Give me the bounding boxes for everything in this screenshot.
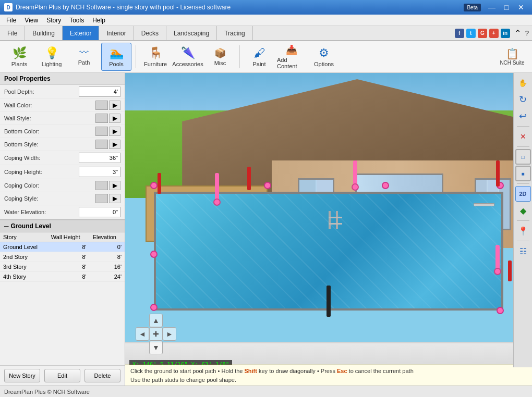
story-row-4th[interactable]: 4th Story 8' 24' [0, 272, 125, 282]
pink-pole-3 [495, 245, 500, 271]
lighting-icon: 💡 [45, 46, 59, 60]
plants-button[interactable]: 🌿 Plants [4, 43, 34, 71]
titlebar-title: DreamPlan Plus by NCH Software - single … [16, 4, 231, 11]
edit-button[interactable]: Edit [44, 369, 80, 382]
story-row-ground[interactable]: Ground Level 8' 0' [0, 242, 125, 252]
col-elevation: Elevation [90, 232, 125, 242]
new-story-button[interactable]: New Story [4, 369, 40, 382]
tab-tracing[interactable]: Tracing [217, 26, 253, 40]
paint-button[interactable]: 🖌 Paint [244, 43, 274, 71]
story-elev-ground: 0' [90, 242, 125, 252]
titlebar: D DreamPlan Plus by NCH Software - singl… [0, 0, 532, 15]
collapse-icon[interactable]: ─ [4, 222, 9, 230]
3d-view-area[interactable]: X: 146'-5 11/16" Y: 63'-1/8" ▲ ◄ ✚ ► ▼ [125, 73, 532, 386]
coping-style-picker[interactable]: ▶ [109, 194, 120, 203]
story-row-2nd[interactable]: 2nd Story 8' 8' [0, 252, 125, 262]
options-button[interactable]: ⚙ Options [309, 43, 339, 71]
left-panel: Pool Properties Pool Depth: Wall Color: … [0, 73, 125, 386]
pools-button[interactable]: 🏊 Pools [101, 43, 131, 71]
maximize-button[interactable]: □ [500, 2, 513, 13]
pan-button[interactable]: ✋ [515, 75, 531, 91]
tab-landscaping[interactable]: Landscaping [166, 26, 217, 40]
pool-stud-3[interactable] [382, 182, 389, 189]
minimize-button[interactable]: — [485, 2, 499, 13]
pool-stud-7[interactable] [497, 307, 504, 314]
pool-depth-input[interactable] [79, 86, 120, 97]
story-elev-3rd: 16' [90, 262, 125, 272]
gplus-icon[interactable]: + [489, 29, 499, 38]
bottom-color-picker[interactable]: ▶ [109, 127, 120, 136]
col-story: Story [0, 232, 48, 242]
nch-suite-button[interactable]: 📋 NCH Suite [497, 43, 528, 71]
orbit-button[interactable]: ↻ [515, 92, 531, 107]
coping-color-box[interactable] [95, 181, 108, 190]
status-text: DreamPlan Plus © NCH Software [4, 389, 90, 395]
3d-view-button[interactable]: ◆ [515, 203, 531, 218]
story-name-4th: 4th Story [0, 272, 48, 282]
tab-exterior[interactable]: Exterior [63, 26, 99, 40]
wall-color-box[interactable] [95, 101, 108, 110]
grid-button[interactable]: ☷ [515, 243, 531, 259]
pool-stud-5[interactable] [150, 251, 158, 258]
tab-building[interactable]: Building [25, 26, 63, 40]
add-content-label: Add Content [277, 57, 306, 69]
tab-decks[interactable]: Decks [134, 26, 166, 40]
nav-center[interactable]: ✚ [149, 327, 163, 341]
location-button[interactable]: 📍 [515, 223, 531, 239]
twitter-icon[interactable]: t [466, 29, 476, 38]
bottom-style-box[interactable] [95, 140, 108, 149]
furniture-button[interactable]: 🪑 Furniture [140, 43, 171, 71]
menu-view[interactable]: View [20, 16, 42, 25]
help-icon[interactable]: ? [525, 29, 529, 37]
coping-style-label: Coping Style: [4, 195, 95, 202]
menu-tools[interactable]: Tools [65, 16, 88, 25]
misc-button[interactable]: 📦 Misc [205, 43, 235, 71]
close-button[interactable]: ✕ [514, 2, 528, 13]
wall-style-box[interactable] [95, 114, 108, 123]
titlebar-left: D DreamPlan Plus by NCH Software - singl… [4, 3, 231, 11]
menu-story[interactable]: Story [42, 16, 65, 25]
coping-width-input[interactable] [79, 153, 120, 163]
path-button[interactable]: 〰 Path [69, 43, 99, 71]
black-pole [327, 286, 331, 317]
menu-help[interactable]: Help [88, 16, 110, 25]
tab-file[interactable]: File [0, 26, 25, 40]
coping-style-box[interactable] [95, 194, 108, 203]
menu-file[interactable]: File [2, 16, 20, 25]
view-btn-1[interactable]: □ [515, 149, 531, 165]
chevron-up-icon[interactable]: ⌃ [514, 28, 521, 38]
pool-stud-1[interactable] [150, 182, 158, 189]
wall-color-picker[interactable]: ▶ [109, 101, 120, 110]
googleplus-icon[interactable]: G [478, 29, 487, 38]
coping-height-input[interactable] [79, 167, 120, 177]
pool-stud-6[interactable] [150, 304, 158, 311]
coping-height-row: Coping Height: [0, 165, 125, 179]
2d-view-button[interactable]: 2D [515, 186, 531, 202]
delete-button[interactable]: Delete [84, 369, 120, 382]
lighting-button[interactable]: 💡 Lighting [37, 43, 67, 71]
water-elevation-input[interactable] [79, 207, 120, 217]
pool-depth-label: Pool Depth: [4, 89, 79, 95]
nav-down[interactable]: ▼ [149, 341, 163, 354]
coping-color-picker[interactable]: ▶ [109, 181, 120, 190]
menubar: File View Story Tools Help [0, 15, 532, 26]
linkedin-icon[interactable]: in [501, 29, 510, 38]
bottom-style-picker[interactable]: ▶ [109, 140, 120, 149]
nav-left[interactable]: ◄ [136, 327, 149, 341]
pool-stud-2[interactable] [264, 182, 271, 189]
accessories-button[interactable]: 🌂 Accessories [173, 43, 203, 71]
undo-button[interactable]: ↩ [515, 108, 531, 124]
view-btn-2[interactable]: ■ [515, 166, 531, 181]
titlebar-controls[interactable]: — □ ✕ [485, 2, 528, 13]
red-post-3 [496, 160, 500, 187]
facebook-icon[interactable]: f [455, 29, 464, 38]
wall-style-picker[interactable]: ▶ [109, 114, 120, 123]
tabbar: File Building Exterior Interior Decks La… [0, 26, 532, 41]
nav-right[interactable]: ► [163, 327, 176, 341]
bottom-color-box[interactable] [95, 127, 108, 136]
delete-view-button[interactable]: ✕ [515, 129, 531, 144]
tab-interior[interactable]: Interior [99, 26, 134, 40]
add-content-button[interactable]: 📥 Add Content [276, 43, 307, 71]
story-row-3rd[interactable]: 3rd Story 8' 16' [0, 262, 125, 272]
nav-up[interactable]: ▲ [149, 314, 163, 327]
